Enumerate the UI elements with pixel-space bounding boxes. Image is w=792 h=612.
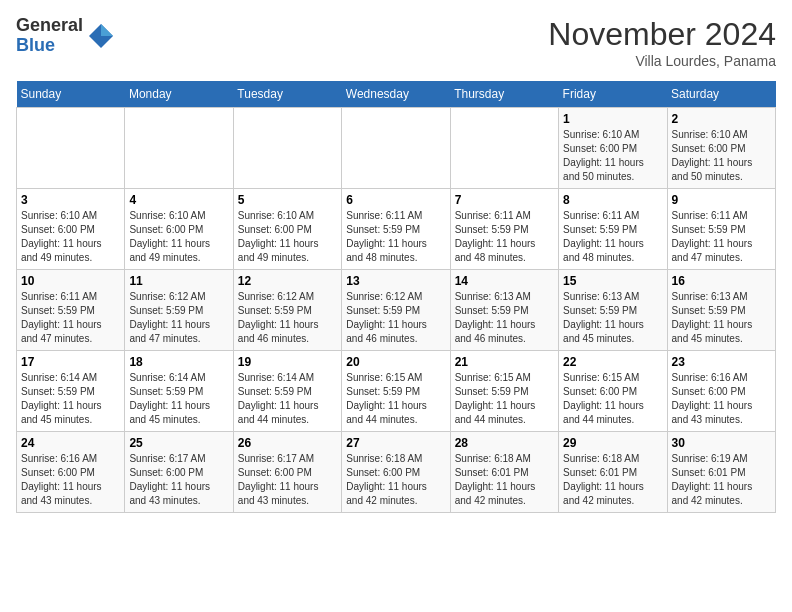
day-number: 21 [455,355,554,369]
day-info: Sunrise: 6:11 AM Sunset: 5:59 PM Dayligh… [346,209,445,265]
day-number: 15 [563,274,662,288]
day-info: Sunrise: 6:10 AM Sunset: 6:00 PM Dayligh… [129,209,228,265]
calendar-header-row: SundayMondayTuesdayWednesdayThursdayFrid… [17,81,776,108]
day-info: Sunrise: 6:15 AM Sunset: 5:59 PM Dayligh… [455,371,554,427]
calendar-week-2: 3Sunrise: 6:10 AM Sunset: 6:00 PM Daylig… [17,189,776,270]
day-number: 7 [455,193,554,207]
calendar-cell: 21Sunrise: 6:15 AM Sunset: 5:59 PM Dayli… [450,351,558,432]
calendar-cell: 23Sunrise: 6:16 AM Sunset: 6:00 PM Dayli… [667,351,775,432]
calendar-cell: 16Sunrise: 6:13 AM Sunset: 5:59 PM Dayli… [667,270,775,351]
calendar-cell: 19Sunrise: 6:14 AM Sunset: 5:59 PM Dayli… [233,351,341,432]
day-info: Sunrise: 6:15 AM Sunset: 6:00 PM Dayligh… [563,371,662,427]
day-number: 16 [672,274,771,288]
calendar-cell: 3Sunrise: 6:10 AM Sunset: 6:00 PM Daylig… [17,189,125,270]
day-number: 19 [238,355,337,369]
day-number: 18 [129,355,228,369]
day-header-wednesday: Wednesday [342,81,450,108]
day-number: 5 [238,193,337,207]
calendar-cell [125,108,233,189]
day-number: 2 [672,112,771,126]
calendar-cell: 8Sunrise: 6:11 AM Sunset: 5:59 PM Daylig… [559,189,667,270]
day-info: Sunrise: 6:17 AM Sunset: 6:00 PM Dayligh… [238,452,337,508]
logo: General Blue [16,16,115,56]
calendar-cell: 4Sunrise: 6:10 AM Sunset: 6:00 PM Daylig… [125,189,233,270]
day-info: Sunrise: 6:12 AM Sunset: 5:59 PM Dayligh… [129,290,228,346]
calendar-week-4: 17Sunrise: 6:14 AM Sunset: 5:59 PM Dayli… [17,351,776,432]
day-info: Sunrise: 6:10 AM Sunset: 6:00 PM Dayligh… [21,209,120,265]
calendar-cell: 12Sunrise: 6:12 AM Sunset: 5:59 PM Dayli… [233,270,341,351]
calendar-cell: 30Sunrise: 6:19 AM Sunset: 6:01 PM Dayli… [667,432,775,513]
calendar-cell: 5Sunrise: 6:10 AM Sunset: 6:00 PM Daylig… [233,189,341,270]
calendar-cell: 18Sunrise: 6:14 AM Sunset: 5:59 PM Dayli… [125,351,233,432]
day-info: Sunrise: 6:14 AM Sunset: 5:59 PM Dayligh… [129,371,228,427]
calendar-cell: 28Sunrise: 6:18 AM Sunset: 6:01 PM Dayli… [450,432,558,513]
day-info: Sunrise: 6:11 AM Sunset: 5:59 PM Dayligh… [455,209,554,265]
day-number: 6 [346,193,445,207]
day-info: Sunrise: 6:11 AM Sunset: 5:59 PM Dayligh… [563,209,662,265]
day-info: Sunrise: 6:12 AM Sunset: 5:59 PM Dayligh… [238,290,337,346]
calendar-cell: 1Sunrise: 6:10 AM Sunset: 6:00 PM Daylig… [559,108,667,189]
day-number: 12 [238,274,337,288]
day-number: 13 [346,274,445,288]
day-number: 1 [563,112,662,126]
calendar-cell: 9Sunrise: 6:11 AM Sunset: 5:59 PM Daylig… [667,189,775,270]
day-info: Sunrise: 6:16 AM Sunset: 6:00 PM Dayligh… [21,452,120,508]
day-info: Sunrise: 6:10 AM Sunset: 6:00 PM Dayligh… [563,128,662,184]
day-header-saturday: Saturday [667,81,775,108]
day-header-sunday: Sunday [17,81,125,108]
day-number: 24 [21,436,120,450]
calendar-cell [450,108,558,189]
day-number: 20 [346,355,445,369]
day-number: 3 [21,193,120,207]
day-info: Sunrise: 6:10 AM Sunset: 6:00 PM Dayligh… [238,209,337,265]
page-header: General Blue November 2024 Villa Lourdes… [16,16,776,69]
day-number: 14 [455,274,554,288]
calendar-cell: 10Sunrise: 6:11 AM Sunset: 5:59 PM Dayli… [17,270,125,351]
calendar-cell: 27Sunrise: 6:18 AM Sunset: 6:00 PM Dayli… [342,432,450,513]
calendar-week-3: 10Sunrise: 6:11 AM Sunset: 5:59 PM Dayli… [17,270,776,351]
calendar-cell: 7Sunrise: 6:11 AM Sunset: 5:59 PM Daylig… [450,189,558,270]
day-number: 30 [672,436,771,450]
day-number: 23 [672,355,771,369]
svg-marker-1 [101,24,113,36]
calendar-cell: 14Sunrise: 6:13 AM Sunset: 5:59 PM Dayli… [450,270,558,351]
day-number: 27 [346,436,445,450]
day-number: 9 [672,193,771,207]
calendar-cell: 6Sunrise: 6:11 AM Sunset: 5:59 PM Daylig… [342,189,450,270]
day-info: Sunrise: 6:14 AM Sunset: 5:59 PM Dayligh… [238,371,337,427]
calendar-cell: 29Sunrise: 6:18 AM Sunset: 6:01 PM Dayli… [559,432,667,513]
day-number: 11 [129,274,228,288]
day-info: Sunrise: 6:11 AM Sunset: 5:59 PM Dayligh… [21,290,120,346]
day-number: 26 [238,436,337,450]
day-info: Sunrise: 6:16 AM Sunset: 6:00 PM Dayligh… [672,371,771,427]
calendar-cell: 26Sunrise: 6:17 AM Sunset: 6:00 PM Dayli… [233,432,341,513]
calendar-body: 1Sunrise: 6:10 AM Sunset: 6:00 PM Daylig… [17,108,776,513]
day-info: Sunrise: 6:12 AM Sunset: 5:59 PM Dayligh… [346,290,445,346]
calendar-cell: 2Sunrise: 6:10 AM Sunset: 6:00 PM Daylig… [667,108,775,189]
day-number: 4 [129,193,228,207]
calendar-week-5: 24Sunrise: 6:16 AM Sunset: 6:00 PM Dayli… [17,432,776,513]
day-number: 10 [21,274,120,288]
day-info: Sunrise: 6:13 AM Sunset: 5:59 PM Dayligh… [563,290,662,346]
calendar-cell: 25Sunrise: 6:17 AM Sunset: 6:00 PM Dayli… [125,432,233,513]
day-info: Sunrise: 6:11 AM Sunset: 5:59 PM Dayligh… [672,209,771,265]
location: Villa Lourdes, Panama [548,53,776,69]
day-header-monday: Monday [125,81,233,108]
day-info: Sunrise: 6:10 AM Sunset: 6:00 PM Dayligh… [672,128,771,184]
title-block: November 2024 Villa Lourdes, Panama [548,16,776,69]
calendar-cell: 17Sunrise: 6:14 AM Sunset: 5:59 PM Dayli… [17,351,125,432]
day-header-thursday: Thursday [450,81,558,108]
logo-general: General [16,16,83,36]
calendar-week-1: 1Sunrise: 6:10 AM Sunset: 6:00 PM Daylig… [17,108,776,189]
day-number: 17 [21,355,120,369]
calendar-cell: 20Sunrise: 6:15 AM Sunset: 5:59 PM Dayli… [342,351,450,432]
day-info: Sunrise: 6:14 AM Sunset: 5:59 PM Dayligh… [21,371,120,427]
calendar-cell: 24Sunrise: 6:16 AM Sunset: 6:00 PM Dayli… [17,432,125,513]
calendar-cell: 11Sunrise: 6:12 AM Sunset: 5:59 PM Dayli… [125,270,233,351]
month-title: November 2024 [548,16,776,53]
day-info: Sunrise: 6:13 AM Sunset: 5:59 PM Dayligh… [455,290,554,346]
calendar-cell [233,108,341,189]
calendar-cell [342,108,450,189]
day-number: 28 [455,436,554,450]
day-number: 29 [563,436,662,450]
